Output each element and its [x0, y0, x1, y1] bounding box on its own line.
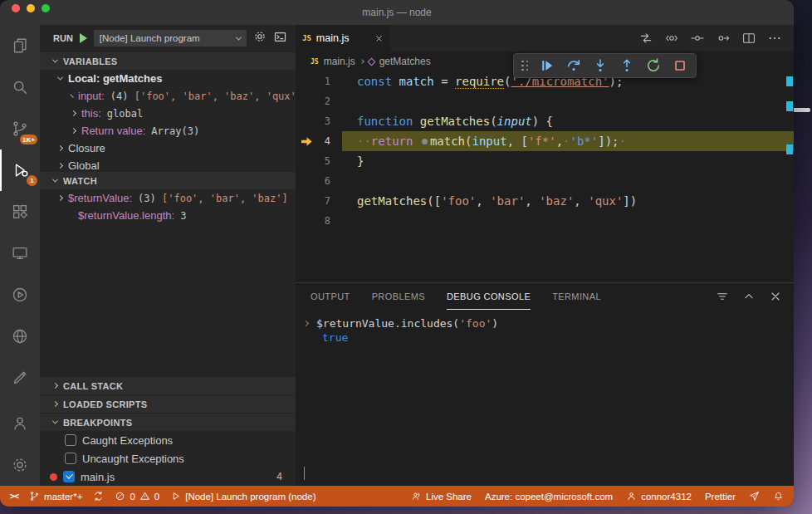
more-actions-icon[interactable]: [767, 31, 782, 46]
code-line-6[interactable]: 6: [296, 171, 794, 191]
checkbox-checked[interactable]: [63, 471, 75, 482]
circle-arrow-icon[interactable]: [716, 31, 731, 46]
live-share-item[interactable]: Live Share: [411, 491, 472, 502]
configure-gear-icon[interactable]: [253, 30, 267, 47]
drag-grip-icon[interactable]: [521, 61, 529, 71]
section-header-watch[interactable]: WATCH: [40, 171, 296, 189]
tab-output[interactable]: OUTPUT: [311, 283, 350, 310]
restart-button[interactable]: [645, 57, 662, 74]
close-panel-icon[interactable]: [769, 290, 782, 303]
debug-target-item[interactable]: [Node] Launch program (node): [170, 491, 316, 502]
git-branch-item[interactable]: master*+: [29, 491, 82, 502]
angle-circle-icon[interactable]: [664, 31, 679, 46]
settings-gear-icon[interactable]: [0, 444, 40, 486]
scope-row-global[interactable]: Global: [40, 157, 296, 171]
notifications-item[interactable]: [773, 491, 784, 502]
remote-indicator[interactable]: ><: [10, 492, 18, 501]
step-into-button[interactable]: [592, 57, 609, 74]
method-symbol-icon: [367, 57, 375, 66]
tab-main-js[interactable]: JS main.js: [296, 25, 390, 51]
breakpoint-line-number: 4: [276, 471, 282, 482]
debug-console-icon[interactable]: [273, 30, 287, 47]
dash-circle-icon[interactable]: [690, 31, 705, 46]
code-line-5[interactable]: 5 }: [296, 151, 794, 171]
checkbox-unchecked[interactable]: [65, 434, 76, 446]
variable-row-return[interactable]: Return value: Array(3): [40, 122, 296, 140]
code-line-4-current[interactable]: 4 ··return match(input, ['f*',·'b*']);·: [296, 131, 794, 151]
tab-bar: JS main.js: [296, 25, 794, 51]
status-bar-right: Live Share Azure: copeet@microsoft.com c…: [411, 491, 784, 502]
step-out-button[interactable]: [619, 57, 635, 74]
code-line-8[interactable]: 8: [296, 211, 794, 231]
stop-button[interactable]: [672, 57, 688, 74]
sync-button[interactable]: [93, 491, 104, 502]
zoom-window-button[interactable]: [42, 4, 50, 12]
pencil-icon[interactable]: [0, 357, 40, 399]
breakpoint-row-caught[interactable]: Caught Exceptions: [40, 431, 296, 449]
watch-row[interactable]: $returnValue: (3) ['foo', 'bar', 'baz']: [40, 189, 296, 207]
variable-row-this[interactable]: this: global: [40, 105, 296, 122]
account-item[interactable]: connor4312: [626, 491, 692, 502]
watch-row[interactable]: $returnValue.length: 3: [40, 207, 296, 224]
code-area[interactable]: 1 const match = require('./micromatch');…: [296, 71, 794, 231]
breakpoint-row-uncaught[interactable]: Uncaught Exceptions: [40, 449, 296, 467]
run-label: RUN: [53, 33, 73, 43]
chevron-right-icon: [70, 94, 73, 97]
remote-explorer-icon[interactable]: [0, 233, 40, 274]
debug-console[interactable]: $returnValue.includes('foo') true: [296, 310, 794, 486]
accounts-icon[interactable]: [0, 403, 40, 444]
chevron-right-icon: [52, 401, 58, 407]
collapse-panel-icon[interactable]: [742, 290, 756, 303]
live-share-icon: [411, 491, 422, 502]
inline-breakpoint-dot-icon[interactable]: [422, 139, 428, 144]
panel-actions: [716, 283, 782, 310]
scope-label: Local: getMatches: [68, 72, 162, 85]
variable-count: (4): [110, 91, 135, 102]
azure-account-item[interactable]: Azure: copeet@microsoft.com: [485, 492, 613, 502]
problems-item[interactable]: 0 0: [115, 491, 159, 502]
section-label: VARIABLES: [63, 56, 117, 66]
section-header-loaded-scripts[interactable]: LOADED SCRIPTS: [40, 394, 296, 413]
code-line-7[interactable]: 7 getMatches(['foo', 'bar', 'baz', 'qux'…: [296, 191, 794, 211]
run-circle-icon[interactable]: [0, 274, 40, 316]
filter-icon[interactable]: [716, 290, 729, 303]
minimize-window-button[interactable]: [27, 4, 35, 12]
checkbox-unchecked[interactable]: [65, 453, 76, 464]
tab-problems[interactable]: PROBLEMS: [372, 283, 425, 310]
close-tab-icon[interactable]: [374, 34, 384, 43]
section-header-call-stack[interactable]: CALL STACK: [40, 376, 296, 394]
feedback-item[interactable]: [749, 491, 760, 502]
vscode-window: main.js — node 1K+ 1: [0, 0, 794, 507]
step-over-button[interactable]: [565, 57, 582, 74]
section-header-variables[interactable]: VARIABLES: [40, 51, 296, 70]
breakpoint-row-file[interactable]: main.js 4: [40, 467, 296, 486]
formatter-item[interactable]: Prettier: [705, 492, 736, 502]
code-line-3[interactable]: 3 function getMatches(input) {: [296, 111, 794, 131]
close-window-button[interactable]: [12, 4, 20, 12]
explorer-icon[interactable]: [0, 25, 40, 66]
start-debugging-button[interactable]: [80, 33, 87, 43]
scope-row-closure[interactable]: Closure: [40, 140, 296, 157]
scope-row[interactable]: Local: getMatches: [40, 70, 296, 87]
variable-row-input[interactable]: input: (4) ['foo', 'bar', 'baz', 'qux']: [40, 87, 296, 105]
breadcrumb-symbol[interactable]: getMatches: [379, 56, 431, 67]
tab-debug-console[interactable]: DEBUG CONSOLE: [447, 283, 531, 310]
chevron-down-icon: [52, 177, 58, 183]
extensions-icon[interactable]: [0, 191, 40, 233]
section-header-breakpoints[interactable]: BREAKPOINTS: [40, 413, 296, 431]
globe-icon[interactable]: [0, 316, 40, 357]
code-line-2[interactable]: 2: [296, 91, 794, 111]
run-debug-icon[interactable]: 1: [0, 149, 40, 191]
search-icon[interactable]: [0, 66, 40, 108]
split-editor-icon[interactable]: [741, 31, 756, 46]
console-input-prompt[interactable]: [304, 467, 305, 479]
continue-button[interactable]: [539, 57, 555, 74]
code-text: [342, 171, 794, 191]
launch-config-select[interactable]: [Node] Launch program: [94, 30, 247, 47]
swap-icon[interactable]: [638, 31, 653, 46]
tab-terminal[interactable]: TERMINAL: [552, 283, 601, 310]
breadcrumb-file[interactable]: main.js: [324, 56, 355, 67]
overview-ruler-mark: [786, 101, 793, 111]
chevron-down-icon: [57, 75, 63, 81]
source-control-icon[interactable]: 1K+: [0, 108, 40, 149]
